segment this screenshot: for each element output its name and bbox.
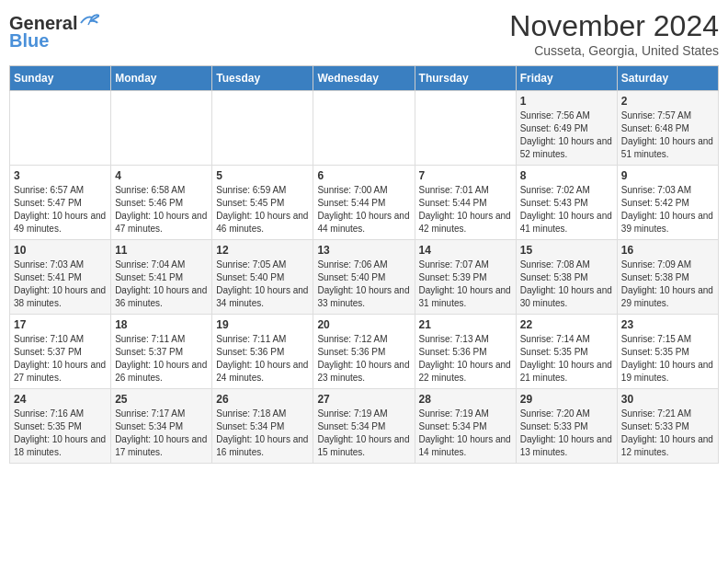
day-info: Sunrise: 7:15 AM Sunset: 5:35 PM Dayligh… — [621, 334, 713, 383]
calendar-cell: 18Sunrise: 7:11 AM Sunset: 5:37 PM Dayli… — [111, 315, 212, 389]
calendar-cell: 24Sunrise: 7:16 AM Sunset: 5:35 PM Dayli… — [10, 389, 111, 464]
day-number: 12 — [216, 244, 309, 257]
week-row-4: 17Sunrise: 7:10 AM Sunset: 5:37 PM Dayli… — [10, 315, 719, 389]
day-number: 18 — [115, 318, 208, 331]
day-info: Sunrise: 7:00 AM Sunset: 5:44 PM Dayligh… — [317, 185, 409, 234]
day-number: 6 — [317, 169, 410, 182]
calendar-cell: 10Sunrise: 7:03 AM Sunset: 5:41 PM Dayli… — [10, 240, 111, 315]
header-saturday: Saturday — [617, 66, 718, 91]
day-info: Sunrise: 7:05 AM Sunset: 5:40 PM Dayligh… — [216, 259, 308, 308]
calendar-cell: 19Sunrise: 7:11 AM Sunset: 5:36 PM Dayli… — [212, 315, 313, 389]
day-number: 4 — [115, 169, 208, 182]
day-info: Sunrise: 7:03 AM Sunset: 5:41 PM Dayligh… — [14, 259, 106, 308]
day-info: Sunrise: 7:56 AM Sunset: 6:49 PM Dayligh… — [520, 110, 612, 159]
header-thursday: Thursday — [415, 66, 516, 91]
day-info: Sunrise: 7:16 AM Sunset: 5:35 PM Dayligh… — [14, 408, 106, 457]
day-number: 2 — [621, 95, 714, 108]
day-info: Sunrise: 7:21 AM Sunset: 5:33 PM Dayligh… — [621, 408, 713, 457]
calendar-cell: 14Sunrise: 7:07 AM Sunset: 5:39 PM Dayli… — [415, 240, 516, 315]
calendar-cell: 22Sunrise: 7:14 AM Sunset: 5:35 PM Dayli… — [516, 315, 617, 389]
day-info: Sunrise: 7:11 AM Sunset: 5:37 PM Dayligh… — [115, 334, 207, 383]
day-number: 25 — [115, 393, 208, 406]
week-row-1: 1Sunrise: 7:56 AM Sunset: 6:49 PM Daylig… — [10, 91, 719, 166]
calendar-cell: 3Sunrise: 6:57 AM Sunset: 5:47 PM Daylig… — [10, 166, 111, 240]
day-number: 23 — [621, 318, 714, 331]
calendar-cell: 12Sunrise: 7:05 AM Sunset: 5:40 PM Dayli… — [212, 240, 313, 315]
day-number: 3 — [14, 169, 107, 182]
day-number: 5 — [216, 169, 309, 182]
day-number: 7 — [419, 169, 512, 182]
calendar-cell — [212, 91, 313, 166]
day-number: 1 — [520, 95, 613, 108]
day-number: 14 — [419, 244, 512, 257]
calendar-cell: 27Sunrise: 7:19 AM Sunset: 5:34 PM Dayli… — [313, 389, 415, 464]
calendar-cell: 7Sunrise: 7:01 AM Sunset: 5:44 PM Daylig… — [415, 166, 516, 240]
calendar-cell: 23Sunrise: 7:15 AM Sunset: 5:35 PM Dayli… — [617, 315, 718, 389]
day-info: Sunrise: 7:19 AM Sunset: 5:34 PM Dayligh… — [317, 408, 409, 457]
day-number: 28 — [419, 393, 512, 406]
header-tuesday: Tuesday — [212, 66, 313, 91]
calendar-cell: 16Sunrise: 7:09 AM Sunset: 5:38 PM Dayli… — [617, 240, 718, 315]
calendar-cell: 20Sunrise: 7:12 AM Sunset: 5:36 PM Dayli… — [313, 315, 415, 389]
day-number: 24 — [14, 393, 107, 406]
day-info: Sunrise: 7:20 AM Sunset: 5:33 PM Dayligh… — [520, 408, 612, 457]
day-info: Sunrise: 7:01 AM Sunset: 5:44 PM Dayligh… — [419, 185, 511, 234]
day-number: 8 — [520, 169, 613, 182]
week-row-3: 10Sunrise: 7:03 AM Sunset: 5:41 PM Dayli… — [10, 240, 719, 315]
calendar-table: SundayMondayTuesdayWednesdayThursdayFrid… — [9, 65, 719, 464]
day-number: 10 — [14, 244, 107, 257]
calendar-cell: 2Sunrise: 7:57 AM Sunset: 6:48 PM Daylig… — [617, 91, 718, 166]
page-header: General Blue November 2024 Cusseta, Geor… — [9, 9, 719, 58]
logo-blue: Blue — [9, 30, 49, 52]
day-info: Sunrise: 6:59 AM Sunset: 5:45 PM Dayligh… — [216, 185, 308, 234]
calendar-cell: 28Sunrise: 7:19 AM Sunset: 5:34 PM Dayli… — [415, 389, 516, 464]
calendar-cell: 8Sunrise: 7:02 AM Sunset: 5:43 PM Daylig… — [516, 166, 617, 240]
day-info: Sunrise: 7:03 AM Sunset: 5:42 PM Dayligh… — [621, 185, 713, 234]
day-info: Sunrise: 7:17 AM Sunset: 5:34 PM Dayligh… — [115, 408, 207, 457]
day-info: Sunrise: 7:18 AM Sunset: 5:34 PM Dayligh… — [216, 408, 308, 457]
day-info: Sunrise: 6:58 AM Sunset: 5:46 PM Dayligh… — [115, 185, 207, 234]
calendar-cell: 13Sunrise: 7:06 AM Sunset: 5:40 PM Dayli… — [313, 240, 415, 315]
header-sunday: Sunday — [10, 66, 111, 91]
calendar-cell: 21Sunrise: 7:13 AM Sunset: 5:36 PM Dayli… — [415, 315, 516, 389]
week-row-2: 3Sunrise: 6:57 AM Sunset: 5:47 PM Daylig… — [10, 166, 719, 240]
header-friday: Friday — [516, 66, 617, 91]
day-info: Sunrise: 7:04 AM Sunset: 5:41 PM Dayligh… — [115, 259, 207, 308]
day-info: Sunrise: 7:06 AM Sunset: 5:40 PM Dayligh… — [317, 259, 409, 308]
calendar-cell: 9Sunrise: 7:03 AM Sunset: 5:42 PM Daylig… — [617, 166, 718, 240]
day-number: 21 — [419, 318, 512, 331]
day-info: Sunrise: 7:07 AM Sunset: 5:39 PM Dayligh… — [419, 259, 511, 308]
calendar-cell: 5Sunrise: 6:59 AM Sunset: 5:45 PM Daylig… — [212, 166, 313, 240]
calendar-cell: 29Sunrise: 7:20 AM Sunset: 5:33 PM Dayli… — [516, 389, 617, 464]
month-title: November 2024 — [509, 9, 719, 43]
day-number: 27 — [317, 393, 410, 406]
day-number: 15 — [520, 244, 613, 257]
header-monday: Monday — [111, 66, 212, 91]
day-info: Sunrise: 7:10 AM Sunset: 5:37 PM Dayligh… — [14, 334, 106, 383]
day-info: Sunrise: 7:09 AM Sunset: 5:38 PM Dayligh… — [621, 259, 713, 308]
location-subtitle: Cusseta, Georgia, United States — [509, 43, 719, 58]
day-number: 22 — [520, 318, 613, 331]
day-number: 9 — [621, 169, 714, 182]
calendar-cell: 25Sunrise: 7:17 AM Sunset: 5:34 PM Dayli… — [111, 389, 212, 464]
calendar-cell: 17Sunrise: 7:10 AM Sunset: 5:37 PM Dayli… — [10, 315, 111, 389]
calendar-cell: 11Sunrise: 7:04 AM Sunset: 5:41 PM Dayli… — [111, 240, 212, 315]
calendar-cell: 4Sunrise: 6:58 AM Sunset: 5:46 PM Daylig… — [111, 166, 212, 240]
calendar-header-row: SundayMondayTuesdayWednesdayThursdayFrid… — [10, 66, 719, 91]
calendar-cell — [10, 91, 111, 166]
day-number: 11 — [115, 244, 208, 257]
calendar-cell: 1Sunrise: 7:56 AM Sunset: 6:49 PM Daylig… — [516, 91, 617, 166]
logo: General Blue — [9, 9, 99, 52]
day-number: 29 — [520, 393, 613, 406]
day-number: 20 — [317, 318, 410, 331]
day-number: 26 — [216, 393, 309, 406]
day-number: 16 — [621, 244, 714, 257]
day-info: Sunrise: 7:02 AM Sunset: 5:43 PM Dayligh… — [520, 185, 612, 234]
header-wednesday: Wednesday — [313, 66, 415, 91]
calendar-cell — [415, 91, 516, 166]
day-number: 17 — [14, 318, 107, 331]
day-info: Sunrise: 7:08 AM Sunset: 5:38 PM Dayligh… — [520, 259, 612, 308]
day-info: Sunrise: 7:57 AM Sunset: 6:48 PM Dayligh… — [621, 110, 713, 159]
calendar-cell: 15Sunrise: 7:08 AM Sunset: 5:38 PM Dayli… — [516, 240, 617, 315]
logo-bird-icon — [79, 14, 99, 30]
